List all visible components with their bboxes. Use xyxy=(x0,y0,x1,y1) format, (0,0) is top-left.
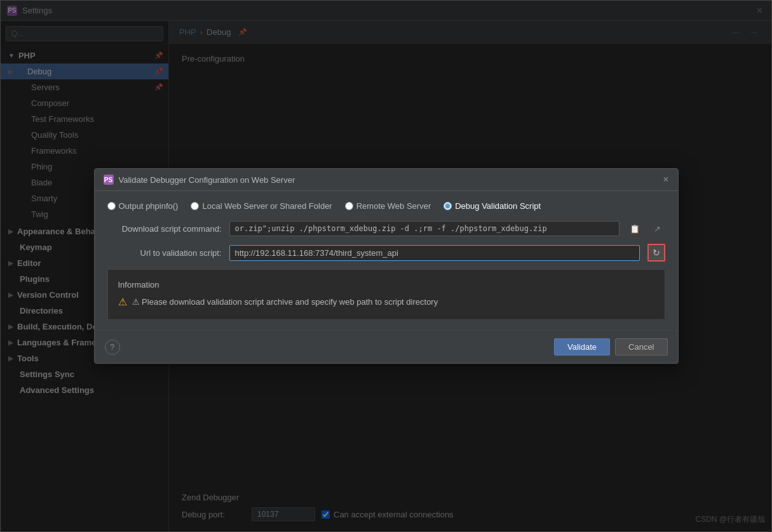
download-command-row: Download script command: 📋 ↗ xyxy=(107,221,665,236)
radio-group: Output phpinfo() Local Web Server or Sha… xyxy=(107,201,665,211)
url-validation-label: Url to validation script: xyxy=(107,248,222,258)
url-validation-row: Url to validation script: ↻ xyxy=(107,244,665,262)
radio-input-phpinfo[interactable] xyxy=(107,202,116,210)
modal-overlay: PS Validate Debugger Configuration on We… xyxy=(1,1,771,531)
info-section: Information ⚠ ⚠ Please download validati… xyxy=(107,269,665,320)
settings-window: PS Settings × ▼ PHP 📌 ▶ Debug xyxy=(0,0,772,532)
radio-output-phpinfo[interactable]: Output phpinfo() xyxy=(107,201,179,211)
warning-icon: ⚠ xyxy=(118,296,127,308)
info-warning: ⚠ ⚠ Please download validation script ar… xyxy=(118,296,654,308)
radio-debug-validation-script[interactable]: Debug Validation Script xyxy=(444,201,541,211)
validate-debugger-modal: PS Validate Debugger Configuration on We… xyxy=(94,168,679,364)
radio-local-web-server[interactable]: Local Web Server or Shared Folder xyxy=(191,201,332,211)
download-command-label: Download script command: xyxy=(107,224,222,234)
modal-icon: PS xyxy=(104,175,114,185)
cancel-button[interactable]: Cancel xyxy=(615,338,667,356)
url-validation-input[interactable] xyxy=(229,245,640,261)
modal-body: Output phpinfo() Local Web Server or Sha… xyxy=(95,191,678,330)
copy-command-button[interactable]: 📋 xyxy=(627,221,642,236)
expand-command-button[interactable]: ↗ xyxy=(650,221,665,236)
url-action-button[interactable]: ↻ xyxy=(647,244,665,262)
validate-button[interactable]: Validate xyxy=(554,338,610,356)
modal-title: Validate Debugger Configuration on Web S… xyxy=(119,175,658,185)
info-message-text: ⚠ Please download validation script arch… xyxy=(132,297,438,307)
modal-title-bar: PS Validate Debugger Configuration on We… xyxy=(95,169,678,191)
radio-input-remote[interactable] xyxy=(345,202,353,210)
help-button[interactable]: ? xyxy=(105,340,120,355)
radio-input-local[interactable] xyxy=(191,202,199,210)
modal-footer: ? Validate Cancel xyxy=(95,330,678,363)
info-section-title: Information xyxy=(118,280,654,289)
radio-input-validation[interactable] xyxy=(444,202,452,210)
radio-remote-web-server[interactable]: Remote Web Server xyxy=(345,201,431,211)
download-command-input[interactable] xyxy=(229,221,620,236)
modal-close-button[interactable]: × xyxy=(663,174,668,185)
